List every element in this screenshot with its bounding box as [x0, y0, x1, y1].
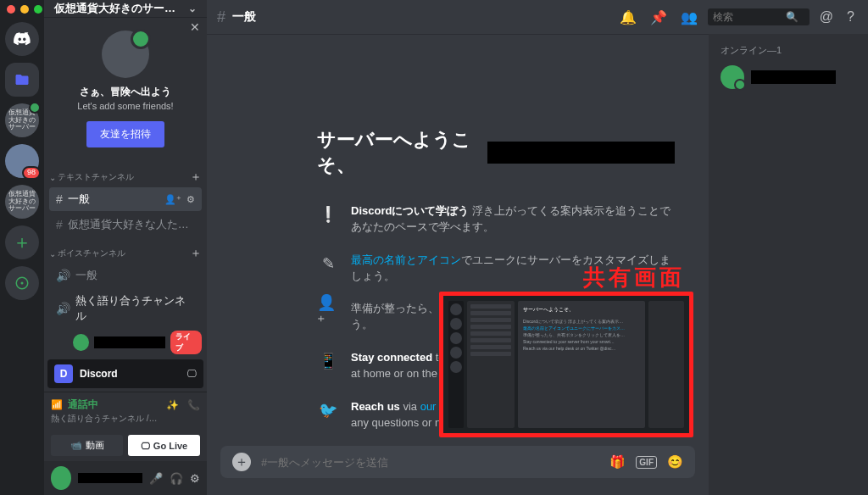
- mentions-icon[interactable]: @: [816, 9, 837, 25]
- emoji-icon[interactable]: 😊: [667, 454, 683, 470]
- explore-button[interactable]: [5, 266, 39, 300]
- camera-icon: 📹: [70, 440, 82, 451]
- discord-logo-icon: [13, 30, 31, 48]
- hash-icon: #: [56, 218, 63, 231]
- server-rail: 仮想通貨大好きのサーバー 98 仮想通貨大好きのサーバー ＋: [0, 0, 44, 495]
- invite-line1: さぁ、冒険へ出よう: [53, 85, 198, 99]
- noise-suppression-icon[interactable]: ✨: [166, 399, 179, 411]
- message-input[interactable]: [261, 456, 599, 469]
- chevron-down-icon: ⌄: [188, 3, 197, 14]
- members-header: オンライン—1: [715, 44, 861, 57]
- gift-icon[interactable]: 🎁: [609, 454, 626, 470]
- redacted-self-name: [78, 473, 142, 483]
- redacted-username: [94, 336, 165, 348]
- welcome-title: サーバーへようこそ、: [317, 127, 675, 178]
- add-user-icon: 👤⁺: [317, 301, 339, 323]
- channel-text-general[interactable]: # 一般 👤⁺ ⚙: [49, 187, 202, 211]
- server-item-3[interactable]: 仮想通貨大好きのサーバー: [5, 185, 39, 219]
- server-name: 仮想通貨大好きのサー…: [54, 1, 175, 16]
- svg-point-1: [21, 282, 24, 285]
- redacted-member-name: [751, 70, 836, 84]
- self-avatar[interactable]: [51, 466, 71, 490]
- voice-user[interactable]: ライブ: [49, 331, 202, 354]
- twitter-icon: 🐦: [317, 399, 339, 421]
- stream-icon: 🖵: [141, 441, 150, 451]
- customize-link[interactable]: 最高の名前とアイコン: [351, 253, 461, 266]
- server-header[interactable]: 仮想通貨大好きのサー… ⌄: [44, 0, 207, 17]
- avatar: [73, 334, 89, 351]
- screen-icon[interactable]: 🖵: [186, 368, 197, 380]
- voice-status: 📶 通話中 ✨ 📞 熱く語り合うチャンネル /…: [44, 392, 207, 430]
- settings-icon[interactable]: ⚙: [190, 472, 200, 485]
- channel-text-2[interactable]: # 仮想通貨大好きな人た…: [49, 213, 202, 236]
- members-icon[interactable]: 👥: [677, 9, 701, 25]
- folder-icon: [14, 72, 30, 87]
- window-traffic-lights: [7, 5, 42, 14]
- category-voice[interactable]: ⌄ ボイスチャンネル ＋: [44, 237, 207, 263]
- channel-title: 一般: [232, 9, 256, 25]
- app-icon: D: [54, 364, 73, 383]
- mute-icon[interactable]: 🎤: [149, 472, 163, 485]
- close-icon[interactable]: ✕: [190, 20, 200, 34]
- member-row[interactable]: [715, 62, 861, 92]
- hash-icon: #: [217, 8, 225, 26]
- chevron-down-icon: ⌄: [49, 249, 56, 259]
- mention-badge: 98: [22, 166, 41, 180]
- pin-icon[interactable]: 📌: [647, 9, 670, 25]
- user-bar: 🎤 🎧 ⚙: [44, 461, 207, 495]
- golive-button[interactable]: 🖵Go Live: [128, 435, 200, 456]
- compass-icon: [14, 275, 30, 291]
- redacted-server-name: [487, 142, 675, 164]
- deafen-icon[interactable]: 🎧: [170, 472, 183, 485]
- top-bar: # 一般 🔔 📌 👥 🔍 @ ?: [207, 0, 868, 34]
- invite-button[interactable]: 友達を招待: [86, 121, 164, 147]
- stream-tile[interactable]: D Discord 🖵: [47, 359, 203, 388]
- share-preview-box: サーバーへようこそ、 Discordについて学ぼう 浮き上がってくる案内表示… …: [439, 292, 693, 437]
- attach-button[interactable]: ＋: [232, 453, 251, 471]
- bell-icon[interactable]: 🔔: [616, 9, 640, 25]
- speaker-icon: 🔊: [56, 269, 70, 282]
- pencil-icon: ✎: [317, 253, 339, 275]
- chevron-down-icon: ⌄: [49, 173, 56, 182]
- invite-card: ✕ さぁ、冒険へ出よう Let's add some friends! 友達を招…: [44, 17, 207, 161]
- disconnect-icon[interactable]: 📞: [187, 399, 200, 411]
- search-box[interactable]: 🔍: [708, 8, 810, 25]
- invite-line2: Let's add some friends!: [53, 101, 198, 111]
- channel-panel: 仮想通貨大好きのサー… ⌄ ✕ さぁ、冒険へ出よう Let's add some…: [44, 0, 207, 495]
- live-badge: ライブ: [170, 331, 202, 354]
- server-item-1[interactable]: 仮想通貨大好きのサーバー: [5, 103, 39, 137]
- annotation-label: 共有画面: [583, 263, 685, 292]
- composer: ＋ 🎁 GIF 😊: [207, 436, 709, 495]
- add-channel-icon[interactable]: ＋: [190, 170, 202, 185]
- channel-voice-general[interactable]: 🔊 一般: [49, 264, 202, 287]
- add-user-icon[interactable]: 👤⁺: [164, 194, 181, 205]
- phone-icon: 📱: [317, 350, 339, 372]
- chat-area: サーバーへようこそ、 ❕ Discordについて学ぼう 浮き上がってくる案内表示…: [207, 34, 709, 495]
- member-avatar: [721, 65, 744, 89]
- invite-avatar: [102, 31, 149, 78]
- gif-button[interactable]: GIF: [636, 456, 657, 469]
- voice-sub: 熱く語り合うチャンネル /…: [51, 413, 200, 425]
- search-icon: 🔍: [786, 11, 798, 23]
- add-server-button[interactable]: ＋: [5, 225, 39, 259]
- video-button[interactable]: 📹動画: [51, 435, 123, 456]
- exclaim-icon: ❕: [317, 203, 339, 225]
- signal-icon: 📶: [51, 399, 63, 410]
- home-button[interactable]: [5, 22, 39, 56]
- speaker-icon: 🔊: [56, 302, 70, 315]
- search-input[interactable]: [713, 11, 781, 23]
- help-icon[interactable]: ?: [843, 9, 858, 25]
- gear-icon[interactable]: ⚙: [186, 194, 195, 205]
- member-list: オンライン—1: [709, 34, 868, 495]
- folder-button[interactable]: [5, 63, 39, 97]
- hash-icon: #: [56, 192, 63, 206]
- add-channel-icon[interactable]: ＋: [190, 246, 202, 261]
- channel-voice-2[interactable]: 🔊 熱く語り合うチャンネル: [49, 289, 202, 328]
- main-area: # 一般 🔔 📌 👥 🔍 @ ? サーバーへようこそ、: [207, 0, 868, 495]
- server-item-2[interactable]: 98: [5, 144, 39, 178]
- category-text[interactable]: ⌄ テキストチャンネル ＋: [44, 161, 207, 186]
